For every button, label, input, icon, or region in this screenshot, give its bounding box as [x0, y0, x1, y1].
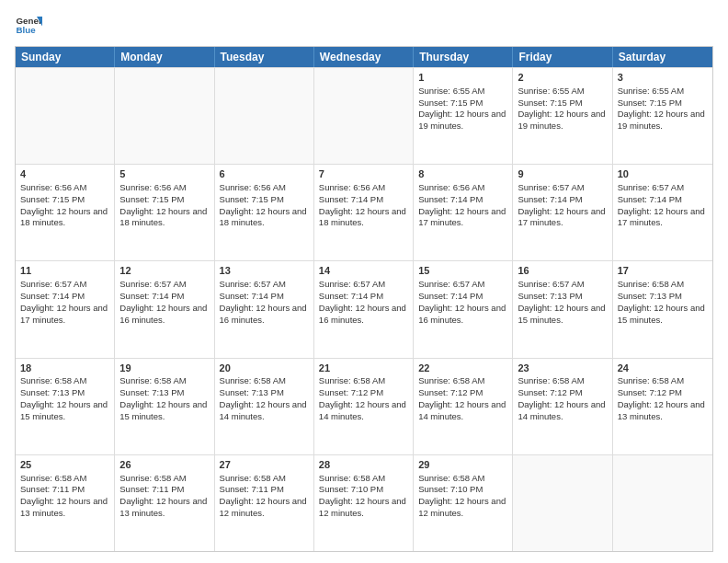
day-info-line: Sunset: 7:13 PM	[518, 291, 607, 303]
day-info-line: Daylight: 12 hours and 12 minutes.	[418, 496, 507, 520]
day-info-line: Daylight: 12 hours and 17 minutes.	[418, 206, 507, 230]
day-info-line: Daylight: 12 hours and 15 minutes.	[20, 399, 109, 423]
empty-cell-0-1	[115, 68, 214, 164]
day-info-line: Daylight: 12 hours and 18 minutes.	[319, 206, 408, 230]
day-info-line: Sunrise: 6:58 AM	[20, 473, 109, 485]
day-cell-15: 15Sunrise: 6:57 AMSunset: 7:14 PMDayligh…	[414, 261, 513, 357]
day-info-line: Sunrise: 6:57 AM	[20, 279, 109, 291]
day-info-line: Sunset: 7:13 PM	[119, 387, 209, 399]
day-number: 15	[418, 264, 507, 278]
day-info-line: Sunset: 7:12 PM	[518, 387, 607, 399]
day-number: 6	[220, 167, 309, 181]
header-cell-sunday: Sunday	[16, 47, 115, 67]
day-info-line: Sunrise: 6:57 AM	[518, 182, 607, 194]
day-info-line: Sunrise: 6:57 AM	[220, 279, 309, 291]
day-info-line: Sunrise: 6:57 AM	[119, 279, 209, 291]
day-number: 3	[618, 71, 708, 85]
day-info-line: Daylight: 12 hours and 19 minutes.	[518, 109, 607, 132]
day-info-line: Daylight: 12 hours and 14 minutes.	[418, 399, 507, 423]
day-info-line: Daylight: 12 hours and 17 minutes.	[518, 206, 607, 230]
header-cell-friday: Friday	[513, 47, 612, 67]
day-info-line: Sunset: 7:11 PM	[220, 484, 309, 496]
empty-cell-4-5	[513, 455, 612, 551]
day-number: 26	[119, 458, 209, 472]
day-info-line: Daylight: 12 hours and 15 minutes.	[618, 303, 708, 327]
day-number: 4	[20, 167, 109, 181]
day-cell-4: 4Sunrise: 6:56 AMSunset: 7:15 PMDaylight…	[16, 165, 115, 260]
day-info-line: Daylight: 12 hours and 12 minutes.	[220, 496, 309, 520]
day-cell-29: 29Sunrise: 6:58 AMSunset: 7:10 PMDayligh…	[414, 455, 513, 551]
day-info-line: Daylight: 12 hours and 14 minutes.	[518, 399, 607, 423]
calendar: SundayMondayTuesdayWednesdayThursdayFrid…	[15, 46, 713, 552]
day-info-line: Sunrise: 6:58 AM	[319, 473, 408, 485]
day-info-line: Daylight: 12 hours and 13 minutes.	[119, 496, 209, 520]
day-number: 28	[319, 458, 408, 472]
day-info-line: Daylight: 12 hours and 15 minutes.	[119, 399, 209, 423]
day-info-line: Sunrise: 6:57 AM	[319, 279, 408, 291]
day-info-line: Daylight: 12 hours and 18 minutes.	[20, 206, 109, 230]
day-info-line: Daylight: 12 hours and 14 minutes.	[220, 399, 309, 423]
day-info-line: Sunset: 7:15 PM	[20, 194, 109, 206]
empty-cell-4-6	[613, 455, 712, 551]
day-cell-11: 11Sunrise: 6:57 AMSunset: 7:14 PMDayligh…	[16, 261, 115, 357]
day-cell-23: 23Sunrise: 6:58 AMSunset: 7:12 PMDayligh…	[513, 359, 612, 454]
day-info-line: Sunset: 7:12 PM	[319, 387, 408, 399]
day-info-line: Sunrise: 6:56 AM	[319, 182, 408, 194]
day-cell-20: 20Sunrise: 6:58 AMSunset: 7:13 PMDayligh…	[215, 359, 314, 454]
day-info-line: Sunrise: 6:58 AM	[220, 473, 309, 485]
day-cell-3: 3Sunrise: 6:55 AMSunset: 7:15 PMDaylight…	[613, 68, 712, 164]
day-info-line: Sunrise: 6:55 AM	[618, 86, 708, 98]
day-number: 21	[319, 362, 408, 375]
day-info-line: Daylight: 12 hours and 19 minutes.	[618, 109, 708, 132]
day-info-line: Sunset: 7:13 PM	[20, 387, 109, 399]
day-cell-21: 21Sunrise: 6:58 AMSunset: 7:12 PMDayligh…	[314, 359, 414, 454]
day-info-line: Sunrise: 6:55 AM	[518, 86, 607, 98]
day-info-line: Sunset: 7:15 PM	[518, 98, 607, 109]
day-cell-9: 9Sunrise: 6:57 AMSunset: 7:14 PMDaylight…	[513, 165, 612, 260]
day-info-line: Sunrise: 6:58 AM	[20, 375, 109, 387]
day-info-line: Sunrise: 6:57 AM	[418, 279, 507, 291]
day-cell-5: 5Sunrise: 6:56 AMSunset: 7:15 PMDaylight…	[115, 165, 214, 260]
day-info-line: Sunrise: 6:56 AM	[20, 182, 109, 194]
day-info-line: Sunrise: 6:57 AM	[618, 182, 708, 194]
day-info-line: Sunset: 7:14 PM	[418, 291, 507, 303]
logo: General Blue	[15, 11, 42, 39]
day-info-line: Daylight: 12 hours and 17 minutes.	[20, 303, 109, 327]
day-info-line: Sunset: 7:11 PM	[119, 484, 209, 496]
day-number: 22	[418, 362, 507, 375]
day-number: 27	[220, 458, 309, 472]
day-info-line: Sunset: 7:14 PM	[319, 291, 408, 303]
day-info-line: Sunrise: 6:56 AM	[119, 182, 209, 194]
day-cell-28: 28Sunrise: 6:58 AMSunset: 7:10 PMDayligh…	[314, 455, 414, 551]
day-cell-19: 19Sunrise: 6:58 AMSunset: 7:13 PMDayligh…	[115, 359, 214, 454]
day-info-line: Sunset: 7:14 PM	[618, 194, 708, 206]
page-header: General Blue	[15, 11, 713, 39]
header-cell-saturday: Saturday	[613, 47, 712, 67]
svg-text:Blue: Blue	[17, 25, 37, 35]
day-info-line: Daylight: 12 hours and 19 minutes.	[418, 109, 507, 132]
day-info-line: Sunset: 7:15 PM	[119, 194, 209, 206]
day-cell-18: 18Sunrise: 6:58 AMSunset: 7:13 PMDayligh…	[16, 359, 115, 454]
day-info-line: Sunrise: 6:58 AM	[518, 375, 607, 387]
day-cell-10: 10Sunrise: 6:57 AMSunset: 7:14 PMDayligh…	[613, 165, 712, 260]
day-number: 16	[518, 264, 607, 278]
day-number: 2	[518, 71, 607, 85]
day-cell-12: 12Sunrise: 6:57 AMSunset: 7:14 PMDayligh…	[115, 261, 214, 357]
day-cell-27: 27Sunrise: 6:58 AMSunset: 7:11 PMDayligh…	[215, 455, 314, 551]
calendar-header: SundayMondayTuesdayWednesdayThursdayFrid…	[16, 47, 712, 67]
day-cell-24: 24Sunrise: 6:58 AMSunset: 7:12 PMDayligh…	[613, 359, 712, 454]
day-info-line: Sunrise: 6:56 AM	[220, 182, 309, 194]
day-info-line: Sunrise: 6:58 AM	[319, 375, 408, 387]
empty-cell-0-0	[16, 68, 115, 164]
day-info-line: Sunrise: 6:55 AM	[418, 86, 507, 98]
empty-cell-0-2	[215, 68, 314, 164]
day-number: 11	[20, 264, 109, 278]
day-number: 5	[119, 167, 209, 181]
day-cell-8: 8Sunrise: 6:56 AMSunset: 7:14 PMDaylight…	[414, 165, 513, 260]
calendar-row-3: 18Sunrise: 6:58 AMSunset: 7:13 PMDayligh…	[16, 358, 712, 454]
calendar-body: 1Sunrise: 6:55 AMSunset: 7:15 PMDaylight…	[16, 67, 712, 551]
day-info-line: Daylight: 12 hours and 16 minutes.	[319, 303, 408, 327]
day-number: 20	[220, 362, 309, 375]
day-info-line: Daylight: 12 hours and 17 minutes.	[618, 206, 708, 230]
day-cell-22: 22Sunrise: 6:58 AMSunset: 7:12 PMDayligh…	[414, 359, 513, 454]
